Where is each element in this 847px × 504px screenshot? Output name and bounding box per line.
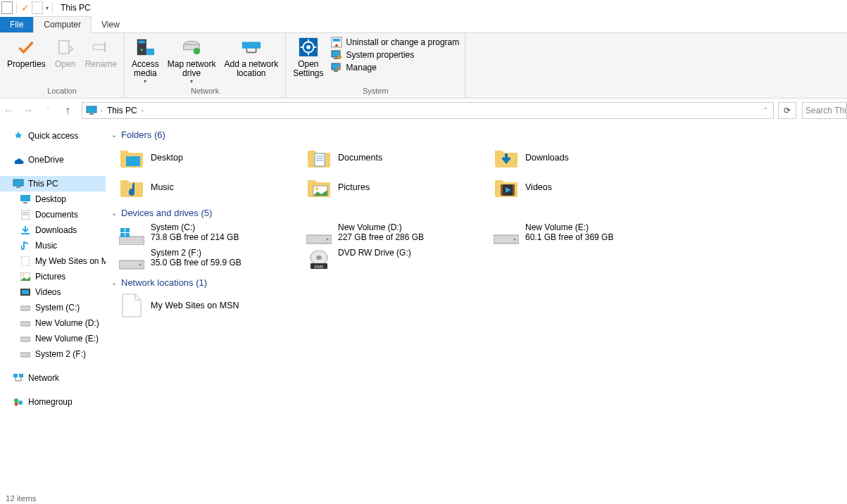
sidebar-item-homegroup[interactable]: Homegroup <box>0 394 106 410</box>
properties-qat-icon[interactable]: ✓ <box>20 3 30 13</box>
nav-row: ← → ˅ ↑ › This PC › ˅ ⟳ Search This PC <box>0 99 847 122</box>
map-drive-icon <box>180 36 203 58</box>
manage-link[interactable]: Manage <box>328 61 463 74</box>
download-icon <box>20 225 31 236</box>
folder-item[interactable]: Videos <box>484 172 672 202</box>
group-label: System <box>289 87 462 96</box>
uninstall-icon <box>331 37 342 48</box>
back-button[interactable]: ← <box>0 102 17 119</box>
sidebar-item-desktop[interactable]: Desktop <box>0 191 106 207</box>
onedrive-icon <box>13 154 24 165</box>
drive-item[interactable]: System 2 (F:)35.0 GB free of 59.9 GB <box>110 246 297 272</box>
up-button[interactable]: ↑ <box>59 102 76 119</box>
uninstall-program-link[interactable]: Uninstall or change a program <box>328 36 463 49</box>
recent-dropdown[interactable]: ˅ <box>39 102 56 119</box>
chevron-right-icon[interactable]: › <box>140 107 145 114</box>
group-header-drives[interactable]: ⌄ Devices and drives (5) <box>110 205 847 221</box>
tab-computer[interactable]: Computer <box>33 16 92 33</box>
rename-button: Rename <box>81 34 121 70</box>
svg-point-75 <box>514 239 516 241</box>
sidebar-item-quick-access[interactable]: Quick access <box>0 128 106 144</box>
group-header-netloc[interactable]: ⌄ Network locations (1) <box>110 275 847 291</box>
drive-icon <box>118 222 145 245</box>
pictures-icon <box>20 271 31 282</box>
check-icon <box>15 36 37 58</box>
svg-rect-25 <box>334 58 338 59</box>
map-drive-button[interactable]: Map network drive▾ <box>163 34 220 86</box>
sidebar-item-network[interactable]: Network <box>0 370 106 386</box>
properties-button[interactable]: Properties <box>3 34 50 70</box>
address-dropdown-icon[interactable]: ˅ <box>760 107 772 114</box>
drive-item[interactable]: New Volume (E:)60.1 GB free of 369 GB <box>484 221 672 246</box>
window-title: This PC <box>61 3 91 13</box>
add-location-icon <box>240 36 263 58</box>
sidebar-item-volume-d[interactable]: New Volume (D:) <box>0 315 106 331</box>
chevron-right-icon[interactable]: › <box>99 107 104 114</box>
navigation-pane: Quick access OneDrive This PC Desktop Do… <box>0 122 106 504</box>
separator <box>16 2 17 13</box>
content-pane: ⌄ Folders (6) DesktopDocumentsDownloadsM… <box>106 122 847 504</box>
group-header-folders[interactable]: ⌄ Folders (6) <box>110 127 847 143</box>
drive-item[interactable]: DVDDVD RW Drive (G:) <box>297 246 484 272</box>
sidebar-item-onedrive[interactable]: OneDrive <box>0 152 106 168</box>
svg-text:DVD: DVD <box>315 265 324 269</box>
tab-view[interactable]: View <box>92 17 130 32</box>
svg-point-41 <box>23 275 25 277</box>
open-settings-button[interactable]: Open Settings <box>289 34 327 80</box>
drive-item[interactable]: New Volume (D:)227 GB free of 286 GB <box>297 221 484 246</box>
breadcrumb-this-pc[interactable]: This PC <box>104 105 140 116</box>
folder-item[interactable]: Downloads <box>484 143 672 172</box>
svg-rect-67 <box>119 237 144 245</box>
folder-item[interactable]: Music <box>110 172 297 202</box>
tab-file[interactable]: File <box>0 17 33 32</box>
sidebar-item-documents[interactable]: Documents <box>0 207 106 222</box>
chevron-down-icon: ⌄ <box>110 209 118 217</box>
sidebar-item-downloads[interactable]: Downloads <box>0 222 106 238</box>
refresh-button[interactable]: ⟳ <box>778 102 796 119</box>
search-box[interactable]: Search This PC <box>802 102 847 119</box>
drive-sublabel: 73.8 GB free of 214 GB <box>151 232 239 242</box>
system-properties-link[interactable]: System properties <box>328 49 463 61</box>
folder-label: Pictures <box>338 182 370 192</box>
sidebar-item-myweb[interactable]: My Web Sites on MSN <box>0 253 106 269</box>
access-media-button[interactable]: Access media▾ <box>127 34 163 86</box>
folder-item[interactable]: Pictures <box>297 172 484 202</box>
new-qat-icon[interactable] <box>32 1 43 14</box>
folder-icon <box>118 174 145 201</box>
videos-icon <box>20 286 31 298</box>
network-location-item[interactable]: My Web Sites on MSN <box>110 291 297 320</box>
svg-rect-23 <box>333 39 340 42</box>
file-icon <box>118 292 145 319</box>
forward-button[interactable]: → <box>20 102 37 119</box>
drive-sublabel: 60.1 GB free of 369 GB <box>525 232 613 242</box>
desktop-icon <box>20 194 31 205</box>
sidebar-item-videos[interactable]: Videos <box>0 284 106 300</box>
file-icon <box>20 256 31 267</box>
app-icon <box>1 1 13 14</box>
sidebar-item-this-pc[interactable]: This PC <box>0 176 106 191</box>
address-bar[interactable]: › This PC › ˅ <box>82 102 774 119</box>
svg-point-61 <box>129 190 134 196</box>
folder-item[interactable]: Documents <box>297 143 484 172</box>
drive-icon: DVD <box>306 248 332 270</box>
svg-rect-4 <box>139 41 145 44</box>
svg-point-73 <box>327 239 329 241</box>
star-icon <box>13 130 24 141</box>
sidebar-item-music[interactable]: Music <box>0 238 106 253</box>
drive-item[interactable]: System (C:)73.8 GB free of 214 GB <box>110 221 297 246</box>
add-network-location-button[interactable]: Add a network location <box>220 34 282 80</box>
drive-label: New Volume (E:) <box>525 222 589 232</box>
sidebar-item-pictures[interactable]: Pictures <box>0 269 106 284</box>
qat-dropdown-icon[interactable]: ▾ <box>46 5 49 11</box>
search-placeholder: Search This PC <box>805 106 847 115</box>
title-bar: ✓ ▾ This PC <box>0 0 847 15</box>
sidebar-item-system-c[interactable]: System (C:) <box>0 300 106 315</box>
drive-sublabel: 35.0 GB free of 59.9 GB <box>151 258 241 267</box>
sidebar-item-volume-e[interactable]: New Volume (E:) <box>0 331 106 346</box>
svg-rect-28 <box>334 70 338 72</box>
drive-sublabel: 227 GB free of 286 GB <box>338 232 424 242</box>
sidebar-item-system2-f[interactable]: System 2 (F:) <box>0 346 106 362</box>
svg-rect-11 <box>251 42 261 49</box>
folder-item[interactable]: Desktop <box>110 143 297 172</box>
drive-icon <box>493 222 520 245</box>
